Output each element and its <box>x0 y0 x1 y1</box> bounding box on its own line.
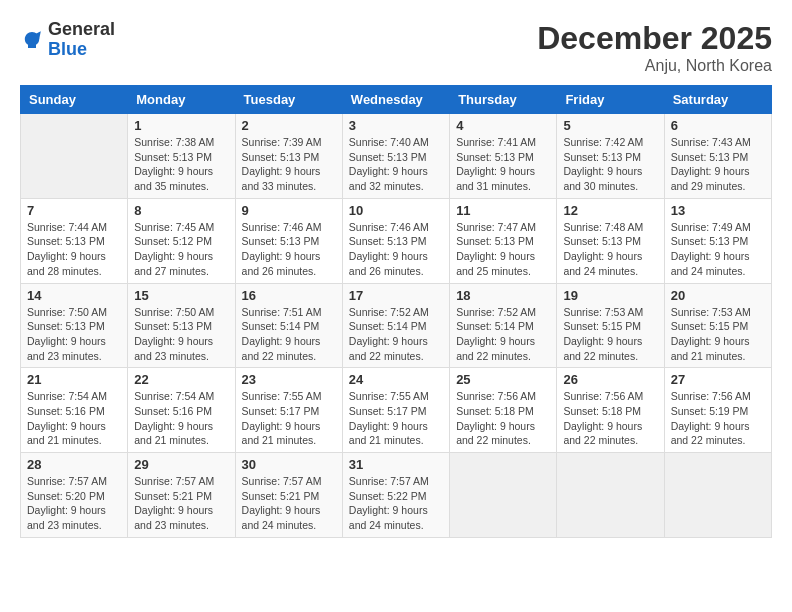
calendar-cell: 24Sunrise: 7:55 AM Sunset: 5:17 PM Dayli… <box>342 368 449 453</box>
day-info: Sunrise: 7:41 AM Sunset: 5:13 PM Dayligh… <box>456 135 550 194</box>
day-number: 17 <box>349 288 443 303</box>
day-info: Sunrise: 7:49 AM Sunset: 5:13 PM Dayligh… <box>671 220 765 279</box>
day-info: Sunrise: 7:48 AM Sunset: 5:13 PM Dayligh… <box>563 220 657 279</box>
day-number: 19 <box>563 288 657 303</box>
week-row-3: 14Sunrise: 7:50 AM Sunset: 5:13 PM Dayli… <box>21 283 772 368</box>
weekday-header-tuesday: Tuesday <box>235 86 342 114</box>
calendar-cell: 4Sunrise: 7:41 AM Sunset: 5:13 PM Daylig… <box>450 114 557 199</box>
calendar-cell: 9Sunrise: 7:46 AM Sunset: 5:13 PM Daylig… <box>235 198 342 283</box>
day-info: Sunrise: 7:51 AM Sunset: 5:14 PM Dayligh… <box>242 305 336 364</box>
day-info: Sunrise: 7:54 AM Sunset: 5:16 PM Dayligh… <box>27 389 121 448</box>
calendar-cell: 1Sunrise: 7:38 AM Sunset: 5:13 PM Daylig… <box>128 114 235 199</box>
day-info: Sunrise: 7:46 AM Sunset: 5:13 PM Dayligh… <box>242 220 336 279</box>
day-info: Sunrise: 7:39 AM Sunset: 5:13 PM Dayligh… <box>242 135 336 194</box>
weekday-header-thursday: Thursday <box>450 86 557 114</box>
day-number: 9 <box>242 203 336 218</box>
day-info: Sunrise: 7:52 AM Sunset: 5:14 PM Dayligh… <box>349 305 443 364</box>
day-number: 31 <box>349 457 443 472</box>
weekday-header-row: SundayMondayTuesdayWednesdayThursdayFrid… <box>21 86 772 114</box>
day-info: Sunrise: 7:50 AM Sunset: 5:13 PM Dayligh… <box>134 305 228 364</box>
logo-icon <box>20 28 44 52</box>
calendar-cell <box>450 453 557 538</box>
calendar-cell: 2Sunrise: 7:39 AM Sunset: 5:13 PM Daylig… <box>235 114 342 199</box>
calendar-cell: 25Sunrise: 7:56 AM Sunset: 5:18 PM Dayli… <box>450 368 557 453</box>
calendar-cell: 3Sunrise: 7:40 AM Sunset: 5:13 PM Daylig… <box>342 114 449 199</box>
header: General Blue December 2025 Anju, North K… <box>20 20 772 75</box>
calendar-table: SundayMondayTuesdayWednesdayThursdayFrid… <box>20 85 772 538</box>
day-info: Sunrise: 7:38 AM Sunset: 5:13 PM Dayligh… <box>134 135 228 194</box>
calendar-cell: 21Sunrise: 7:54 AM Sunset: 5:16 PM Dayli… <box>21 368 128 453</box>
day-number: 4 <box>456 118 550 133</box>
day-number: 22 <box>134 372 228 387</box>
weekday-header-sunday: Sunday <box>21 86 128 114</box>
calendar-cell: 14Sunrise: 7:50 AM Sunset: 5:13 PM Dayli… <box>21 283 128 368</box>
week-row-2: 7Sunrise: 7:44 AM Sunset: 5:13 PM Daylig… <box>21 198 772 283</box>
calendar-cell: 10Sunrise: 7:46 AM Sunset: 5:13 PM Dayli… <box>342 198 449 283</box>
calendar-cell: 31Sunrise: 7:57 AM Sunset: 5:22 PM Dayli… <box>342 453 449 538</box>
calendar-cell <box>664 453 771 538</box>
day-number: 3 <box>349 118 443 133</box>
calendar-cell: 27Sunrise: 7:56 AM Sunset: 5:19 PM Dayli… <box>664 368 771 453</box>
day-number: 15 <box>134 288 228 303</box>
day-info: Sunrise: 7:57 AM Sunset: 5:21 PM Dayligh… <box>134 474 228 533</box>
calendar-cell: 6Sunrise: 7:43 AM Sunset: 5:13 PM Daylig… <box>664 114 771 199</box>
calendar-cell: 19Sunrise: 7:53 AM Sunset: 5:15 PM Dayli… <box>557 283 664 368</box>
weekday-header-monday: Monday <box>128 86 235 114</box>
calendar-cell: 8Sunrise: 7:45 AM Sunset: 5:12 PM Daylig… <box>128 198 235 283</box>
day-number: 16 <box>242 288 336 303</box>
day-number: 24 <box>349 372 443 387</box>
day-info: Sunrise: 7:55 AM Sunset: 5:17 PM Dayligh… <box>349 389 443 448</box>
calendar-cell: 16Sunrise: 7:51 AM Sunset: 5:14 PM Dayli… <box>235 283 342 368</box>
week-row-4: 21Sunrise: 7:54 AM Sunset: 5:16 PM Dayli… <box>21 368 772 453</box>
day-number: 11 <box>456 203 550 218</box>
weekday-header-saturday: Saturday <box>664 86 771 114</box>
day-number: 23 <box>242 372 336 387</box>
calendar-cell: 15Sunrise: 7:50 AM Sunset: 5:13 PM Dayli… <box>128 283 235 368</box>
day-info: Sunrise: 7:53 AM Sunset: 5:15 PM Dayligh… <box>671 305 765 364</box>
day-info: Sunrise: 7:54 AM Sunset: 5:16 PM Dayligh… <box>134 389 228 448</box>
calendar-cell: 26Sunrise: 7:56 AM Sunset: 5:18 PM Dayli… <box>557 368 664 453</box>
day-info: Sunrise: 7:47 AM Sunset: 5:13 PM Dayligh… <box>456 220 550 279</box>
day-info: Sunrise: 7:57 AM Sunset: 5:21 PM Dayligh… <box>242 474 336 533</box>
day-number: 14 <box>27 288 121 303</box>
calendar-cell <box>21 114 128 199</box>
day-number: 7 <box>27 203 121 218</box>
day-number: 10 <box>349 203 443 218</box>
day-info: Sunrise: 7:57 AM Sunset: 5:22 PM Dayligh… <box>349 474 443 533</box>
day-info: Sunrise: 7:57 AM Sunset: 5:20 PM Dayligh… <box>27 474 121 533</box>
day-number: 13 <box>671 203 765 218</box>
month-year: December 2025 <box>537 20 772 57</box>
calendar-cell: 12Sunrise: 7:48 AM Sunset: 5:13 PM Dayli… <box>557 198 664 283</box>
day-info: Sunrise: 7:46 AM Sunset: 5:13 PM Dayligh… <box>349 220 443 279</box>
location: Anju, North Korea <box>537 57 772 75</box>
day-info: Sunrise: 7:43 AM Sunset: 5:13 PM Dayligh… <box>671 135 765 194</box>
weekday-header-friday: Friday <box>557 86 664 114</box>
day-info: Sunrise: 7:56 AM Sunset: 5:18 PM Dayligh… <box>456 389 550 448</box>
day-info: Sunrise: 7:42 AM Sunset: 5:13 PM Dayligh… <box>563 135 657 194</box>
calendar-cell: 13Sunrise: 7:49 AM Sunset: 5:13 PM Dayli… <box>664 198 771 283</box>
calendar-cell: 22Sunrise: 7:54 AM Sunset: 5:16 PM Dayli… <box>128 368 235 453</box>
day-info: Sunrise: 7:45 AM Sunset: 5:12 PM Dayligh… <box>134 220 228 279</box>
calendar-cell: 18Sunrise: 7:52 AM Sunset: 5:14 PM Dayli… <box>450 283 557 368</box>
calendar-cell: 17Sunrise: 7:52 AM Sunset: 5:14 PM Dayli… <box>342 283 449 368</box>
day-info: Sunrise: 7:40 AM Sunset: 5:13 PM Dayligh… <box>349 135 443 194</box>
week-row-5: 28Sunrise: 7:57 AM Sunset: 5:20 PM Dayli… <box>21 453 772 538</box>
calendar-cell: 5Sunrise: 7:42 AM Sunset: 5:13 PM Daylig… <box>557 114 664 199</box>
logo: General Blue <box>20 20 115 60</box>
day-number: 20 <box>671 288 765 303</box>
day-info: Sunrise: 7:56 AM Sunset: 5:18 PM Dayligh… <box>563 389 657 448</box>
week-row-1: 1Sunrise: 7:38 AM Sunset: 5:13 PM Daylig… <box>21 114 772 199</box>
day-number: 29 <box>134 457 228 472</box>
day-info: Sunrise: 7:56 AM Sunset: 5:19 PM Dayligh… <box>671 389 765 448</box>
day-number: 25 <box>456 372 550 387</box>
day-number: 26 <box>563 372 657 387</box>
logo-text: General Blue <box>48 20 115 60</box>
weekday-header-wednesday: Wednesday <box>342 86 449 114</box>
calendar-cell: 11Sunrise: 7:47 AM Sunset: 5:13 PM Dayli… <box>450 198 557 283</box>
calendar-cell: 20Sunrise: 7:53 AM Sunset: 5:15 PM Dayli… <box>664 283 771 368</box>
day-number: 28 <box>27 457 121 472</box>
day-number: 21 <box>27 372 121 387</box>
day-info: Sunrise: 7:52 AM Sunset: 5:14 PM Dayligh… <box>456 305 550 364</box>
day-number: 30 <box>242 457 336 472</box>
day-info: Sunrise: 7:44 AM Sunset: 5:13 PM Dayligh… <box>27 220 121 279</box>
